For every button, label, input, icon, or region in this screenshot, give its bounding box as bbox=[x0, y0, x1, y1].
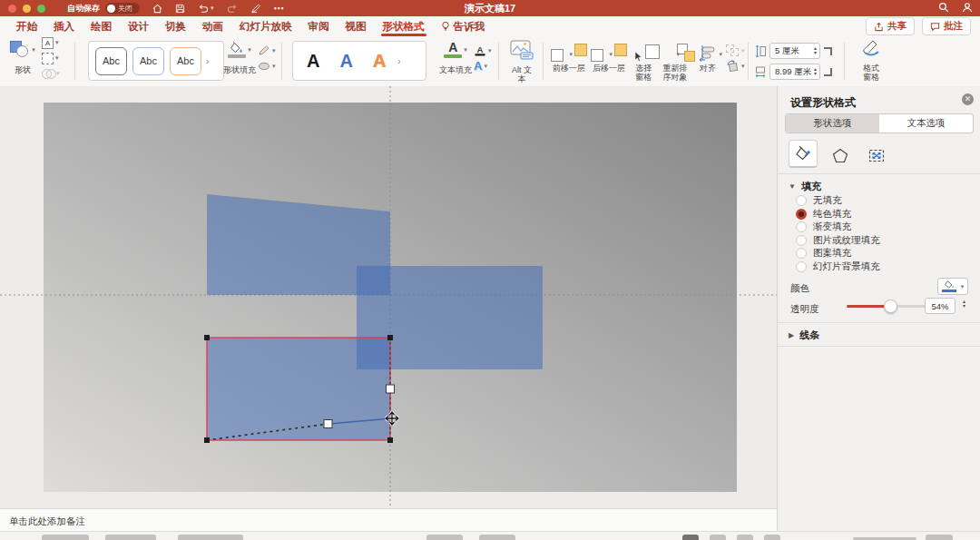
send-backward-button[interactable]: ▾ 后移一层 bbox=[590, 42, 628, 73]
notes-placeholder[interactable]: 单击此处添加备注 bbox=[9, 515, 777, 528]
handle-top-left[interactable] bbox=[204, 335, 210, 340]
radio-selected-icon bbox=[796, 209, 807, 220]
alt-text-button[interactable]: Alt 文本 bbox=[506, 36, 537, 86]
comments-toggle[interactable] bbox=[479, 535, 515, 540]
accessibility-indicator[interactable] bbox=[178, 535, 243, 540]
width-stepper[interactable]: ▴▾ bbox=[814, 67, 819, 76]
text-fill-button[interactable]: A ▾ 文本填充 bbox=[439, 36, 472, 86]
shape-outline-button[interactable]: ▾ bbox=[258, 44, 276, 57]
text-effects-button[interactable]: A ▾ bbox=[474, 60, 492, 73]
save-icon[interactable] bbox=[175, 4, 185, 14]
tab-insert[interactable]: 插入 bbox=[54, 16, 74, 36]
fill-option-solid-fill[interactable]: 纯色填充 bbox=[796, 208, 851, 221]
notes-pane[interactable]: 单击此处添加备注 bbox=[0, 508, 777, 532]
shape-fill-button[interactable]: ▾ 形状填充 bbox=[223, 36, 256, 86]
bring-forward-button[interactable]: ▾ 前移一层 bbox=[550, 42, 588, 73]
height-stepper[interactable]: ▴▾ bbox=[814, 46, 819, 55]
handle-top-right[interactable] bbox=[387, 335, 393, 340]
undo-button[interactable]: ▾ bbox=[198, 4, 214, 14]
handle-bottom-right[interactable] bbox=[387, 437, 393, 443]
minimize-window-button[interactable] bbox=[23, 5, 31, 13]
shape-selected-rectangle[interactable] bbox=[207, 338, 390, 440]
slideshow-button[interactable] bbox=[764, 535, 780, 540]
gallery-more-icon[interactable]: › bbox=[206, 56, 209, 66]
shape-width-input[interactable]: 8.99 厘米 ▴▾ bbox=[769, 64, 820, 80]
line-section-header[interactable]: ▶ 线条 bbox=[789, 329, 819, 342]
transparency-slider[interactable] bbox=[847, 299, 926, 312]
fill-line-tab-icon[interactable] bbox=[789, 140, 818, 168]
tab-tell-me[interactable]: 告诉我 bbox=[441, 16, 485, 36]
tab-slideshow[interactable]: 幻灯片放映 bbox=[240, 16, 292, 36]
transparency-value-input[interactable]: 54% bbox=[925, 298, 956, 314]
shape-style-2[interactable]: Abc bbox=[132, 47, 164, 75]
zoom-level[interactable] bbox=[926, 535, 953, 540]
shape-style-1[interactable]: Abc bbox=[95, 47, 127, 75]
close-panel-icon[interactable]: ✕ bbox=[962, 93, 974, 105]
tab-animations[interactable]: 动画 bbox=[202, 16, 223, 36]
tab-shape-options[interactable]: 形状选项 bbox=[786, 114, 879, 133]
close-window-button[interactable] bbox=[8, 5, 16, 13]
search-icon[interactable] bbox=[938, 0, 949, 16]
size-properties-tab-icon[interactable] bbox=[863, 142, 890, 168]
wordart-style-3[interactable]: A bbox=[373, 51, 386, 72]
gallery-more-icon[interactable]: › bbox=[397, 56, 400, 66]
shape-style-3[interactable]: Abc bbox=[170, 47, 201, 75]
rotate-objects-button[interactable]: ▾ bbox=[726, 60, 745, 73]
insert-shape-button[interactable]: ▾ 形状 bbox=[7, 36, 38, 86]
account-icon[interactable] bbox=[962, 0, 973, 16]
tab-shape-format[interactable]: 形状格式 bbox=[383, 16, 425, 36]
tab-draw[interactable]: 绘图 bbox=[91, 16, 112, 36]
transparency-stepper[interactable]: ▴▾ bbox=[963, 299, 968, 309]
slide-sorter-view-button[interactable] bbox=[710, 535, 726, 540]
maximize-window-button[interactable] bbox=[37, 5, 45, 13]
fill-option-pattern-fill[interactable]: 图案填充 bbox=[796, 247, 851, 260]
undo-caret-icon[interactable]: ▾ bbox=[211, 5, 214, 12]
fill-option-no-fill[interactable]: 无填充 bbox=[796, 194, 842, 207]
reorder-objects-button[interactable]: ▾ 重新排序对象 bbox=[659, 42, 691, 82]
draw-pen-icon[interactable] bbox=[250, 4, 261, 14]
text-outline-button[interactable]: A ▾ bbox=[474, 44, 492, 57]
edit-point-handle[interactable] bbox=[324, 420, 332, 428]
tab-transitions[interactable]: 切换 bbox=[165, 16, 186, 36]
wordart-style-1[interactable]: A bbox=[307, 51, 319, 72]
tab-design[interactable]: 设计 bbox=[128, 16, 149, 36]
format-pane-button[interactable]: 格式窗格 bbox=[853, 36, 889, 86]
effects-tab-icon[interactable] bbox=[827, 142, 854, 168]
reorder-objects-label: 重新排序对象 bbox=[662, 64, 689, 82]
panel-title: 设置形状格式 bbox=[790, 95, 980, 111]
autosave-toggle[interactable]: 关闭 bbox=[105, 3, 140, 14]
slider-thumb[interactable] bbox=[884, 299, 897, 313]
fill-color-picker[interactable]: ▾ bbox=[937, 278, 968, 295]
wordart-style-2[interactable]: A bbox=[339, 51, 352, 72]
shape-effects-button[interactable]: ▾ bbox=[258, 60, 276, 73]
tab-home[interactable]: 开始 bbox=[16, 16, 37, 36]
shape-effects-icon bbox=[258, 62, 270, 71]
notes-toggle[interactable] bbox=[426, 535, 463, 540]
language-indicator[interactable] bbox=[105, 535, 156, 540]
fill-section-header[interactable]: ▼ 填充 bbox=[789, 180, 821, 193]
handle-mid-right[interactable] bbox=[387, 385, 395, 393]
home-icon[interactable] bbox=[152, 4, 162, 14]
share-icon bbox=[874, 22, 884, 32]
slide-editing-area[interactable] bbox=[0, 86, 777, 508]
slide-canvas[interactable] bbox=[0, 86, 777, 508]
handle-bottom-left[interactable] bbox=[204, 437, 210, 443]
edit-shape-button[interactable]: ▾ bbox=[42, 52, 60, 64]
tab-review[interactable]: 审阅 bbox=[309, 16, 329, 36]
tab-text-options[interactable]: 文本选项 bbox=[879, 114, 973, 133]
more-commands-icon[interactable]: ⋯ bbox=[274, 3, 284, 15]
tab-view[interactable]: 视图 bbox=[346, 16, 367, 36]
shape-width-value: 8.99 厘米 bbox=[775, 66, 811, 78]
fill-option-picture-texture-fill[interactable]: 图片或纹理填充 bbox=[796, 234, 880, 247]
selection-pane-button[interactable]: 选择窗格 bbox=[630, 42, 657, 82]
transparency-label: 透明度 bbox=[790, 303, 819, 316]
fill-option-gradient-fill[interactable]: 渐变填充 bbox=[796, 221, 851, 233]
text-box-button[interactable]: A ▾ bbox=[42, 36, 60, 49]
share-button[interactable]: 共享 bbox=[866, 17, 915, 35]
fill-option-slide-background-fill[interactable]: 幻灯片背景填充 bbox=[796, 260, 880, 273]
comments-button[interactable]: 批注 bbox=[922, 17, 971, 35]
normal-view-button[interactable] bbox=[682, 535, 699, 540]
shape-height-input[interactable]: 5 厘米 ▴▾ bbox=[769, 43, 820, 59]
align-button[interactable]: ▾ 对齐 bbox=[693, 42, 722, 73]
reading-view-button[interactable] bbox=[737, 535, 753, 540]
